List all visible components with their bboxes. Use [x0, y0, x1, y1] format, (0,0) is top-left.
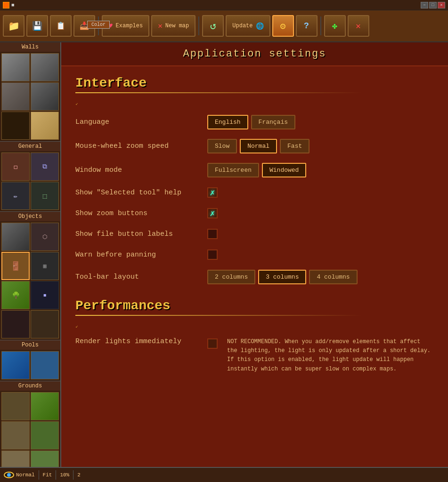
zoom-fast-btn[interactable]: Fast — [280, 139, 310, 153]
top-toolbar: 📁 💾 📋 📥 ♥ Examples ✕ New map ↺ Update 🌐 … — [0, 10, 448, 42]
title-bar-title: ■ — [11, 2, 15, 8]
pool-item-1[interactable] — [1, 351, 30, 379]
sidebar-section-walls: Walls — [0, 42, 60, 142]
performances-curl: ↙ — [75, 323, 434, 329]
performances-underline — [75, 315, 434, 316]
expand-icon: ✤ — [332, 21, 337, 31]
layout-3col-btn[interactable]: 3 columns — [258, 270, 306, 284]
title-bar-left: ■ — [3, 2, 15, 8]
file-labels-row: Show file button labels — [75, 224, 434, 244]
layout-2col-btn[interactable]: 2 columns — [207, 270, 255, 284]
language-label: Language — [75, 118, 207, 126]
clone-item[interactable]: ⧉ — [31, 153, 59, 181]
obj-item-7[interactable] — [1, 310, 30, 338]
zoom-slow-btn[interactable]: Slow — [207, 139, 237, 153]
pools-title: Pools — [0, 340, 60, 350]
eye-icon — [4, 472, 14, 478]
close2-button[interactable]: ✕ — [348, 15, 369, 37]
obj-item-8[interactable] — [31, 310, 59, 338]
undo-button[interactable]: ↺ — [202, 15, 224, 37]
zoom-normal-btn[interactable]: Normal — [240, 139, 277, 153]
obj-item-5[interactable]: 🌳 — [1, 281, 30, 309]
ground-2[interactable] — [31, 392, 59, 420]
help-icon: ? — [304, 21, 309, 31]
render-lights-checkbox[interactable] — [207, 338, 218, 349]
open-button[interactable]: 📁 — [3, 15, 24, 37]
status-fit-label: Fit — [43, 472, 52, 478]
status-zoom-item[interactable]: 10% — [60, 472, 69, 478]
grounds-grid — [0, 391, 60, 467]
settings-button[interactable]: ⚙ — [272, 15, 294, 37]
file-labels-label: Show file button labels — [75, 230, 207, 238]
zoom-buttons-control: ✗ — [207, 208, 218, 218]
ground-4[interactable] — [31, 421, 59, 450]
obj-item-2[interactable]: ⬡ — [31, 223, 59, 251]
toolbar-separator-3 — [320, 16, 321, 35]
language-french-btn[interactable]: Français — [251, 115, 295, 129]
obj-item-4[interactable]: ▦ — [31, 252, 59, 280]
ground-6[interactable] — [31, 450, 59, 467]
obj6-icon: ◼ — [43, 292, 46, 298]
general-title: General — [0, 142, 60, 151]
settings-content: Interface ↙ Language English Français Mo… — [61, 66, 448, 388]
fullscreen-btn[interactable]: Fullscreen — [207, 163, 259, 177]
ground-3[interactable] — [1, 421, 30, 450]
toolbar-separator-2 — [198, 16, 199, 35]
door-item[interactable]: 🚪 — [1, 252, 30, 280]
color-indicator: Color — [87, 21, 110, 29]
x-icon: ✕ — [158, 21, 163, 31]
pool-item-2[interactable] — [31, 351, 59, 379]
sidebar-section-general: General ◻ ⧉ ✏ ⬚ — [0, 142, 60, 212]
windowed-btn[interactable]: Windowed — [262, 163, 306, 177]
minimize-button[interactable]: − — [421, 2, 428, 8]
zoom-buttons-check-icon: ✗ — [210, 208, 215, 218]
page-title-bar: Application settings — [61, 42, 448, 66]
tool-help-checkbox[interactable]: ✗ — [207, 187, 218, 198]
eraser-item[interactable]: ◻ — [1, 153, 30, 181]
wall-item-3[interactable] — [1, 82, 30, 111]
export-icon: 📋 — [56, 21, 65, 31]
selection-item[interactable]: ⬚ — [31, 182, 59, 210]
walls-grid — [0, 52, 60, 141]
walls-title: Walls — [0, 42, 60, 52]
newmap-button[interactable]: ✕ New map — [151, 15, 195, 37]
update-button[interactable]: Update 🌐 — [226, 15, 270, 37]
window-mode-row: Window mode Fullscreen Windowed — [75, 158, 434, 182]
help-button[interactable]: ? — [296, 15, 318, 37]
performances-section-header: Performances ↙ — [75, 298, 434, 329]
warn-panning-checkbox[interactable] — [207, 249, 218, 260]
file-labels-checkbox[interactable] — [207, 229, 218, 239]
clone-icon: ⧉ — [42, 163, 47, 170]
expand-button[interactable]: ✤ — [324, 15, 346, 37]
wall-item-2[interactable] — [31, 53, 59, 81]
status-separator-3 — [73, 470, 73, 480]
wall-item-6[interactable] — [31, 112, 59, 140]
obj-item-6[interactable]: ◼ — [31, 281, 59, 309]
zoom-buttons-row: Show zoom buttons ✗ — [75, 203, 434, 224]
wall-item-5[interactable] — [1, 112, 30, 140]
export-button[interactable]: 📋 — [50, 15, 72, 37]
warn-panning-control — [207, 249, 218, 260]
tool-help-control: ✗ — [207, 187, 218, 198]
close-button[interactable]: ✕ — [438, 2, 445, 8]
save-button[interactable]: 💾 — [26, 15, 48, 37]
sidebar-section-grounds: Grounds — [0, 381, 60, 467]
wall-item-1[interactable] — [1, 53, 30, 81]
pencil-item[interactable]: ✏ — [1, 182, 30, 210]
newmap-label: New map — [165, 23, 189, 29]
restore-button[interactable]: □ — [429, 2, 437, 8]
language-english-btn[interactable]: English — [207, 115, 248, 129]
examples-label: Examples — [116, 23, 143, 29]
zoom-buttons-checkbox[interactable]: ✗ — [207, 208, 218, 218]
ground-1[interactable] — [1, 392, 30, 420]
render-lights-label: Render lights immediately — [75, 337, 207, 345]
status-fit-item[interactable]: Fit — [43, 472, 52, 478]
status-view-label: Normal — [16, 472, 35, 478]
warn-panning-row: Warn before panning — [75, 244, 434, 265]
performances-title: Performances — [75, 298, 434, 313]
layout-4col-btn[interactable]: 4 columns — [309, 270, 357, 284]
interface-settings-table: Language English Français Mouse-wheel zo… — [75, 110, 434, 289]
wall-item-4[interactable] — [31, 82, 59, 111]
obj-item-1[interactable] — [1, 223, 30, 251]
ground-5[interactable] — [1, 450, 30, 467]
